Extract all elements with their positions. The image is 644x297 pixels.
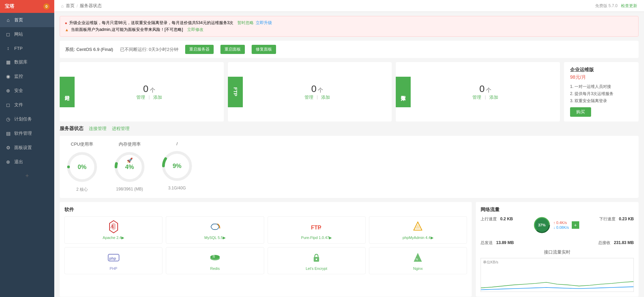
memory-title: 内存使用率 <box>119 141 141 147</box>
ftp-actions: 管理 | 添加 <box>305 94 330 100</box>
software-grid: A Apache 2.4▶ <box>64 216 467 274</box>
ftp-software-name: Pure-Ftpd 1.0.47▶ <box>301 236 332 240</box>
ftp-manage-link[interactable]: 管理 <box>305 94 313 100</box>
ftp-nav-icon: ↕ <box>5 45 11 51</box>
alert-icon-orange: ▲ <box>65 27 69 32</box>
php-name: PHP <box>110 266 117 271</box>
memory-value: 4% <box>125 164 134 171</box>
software-icon: ▤ <box>5 131 11 136</box>
disk-circle: 9% <box>160 149 194 183</box>
main-content: ⌂ 首页 / 服务器状态 免费版 5.7.0 检查更新 ● 升级企业运维版，每月… <box>54 0 644 297</box>
phpmyadmin-svg <box>412 221 424 233</box>
home-icon-small: ⌂ <box>61 3 64 8</box>
database-manage-link[interactable]: 管理 <box>472 94 481 100</box>
sidebar-item-files[interactable]: ◻ 文件 <box>0 98 54 112</box>
database-add-link[interactable]: 添加 <box>489 94 498 100</box>
network-title: 网络流量 <box>481 207 500 212</box>
sidebar-label-security: 安全 <box>14 88 23 94</box>
redis-icon: R <box>208 251 222 264</box>
sidebar-label-settings: 面板设置 <box>14 145 32 151</box>
network-section: 网络流量 上行速度 0.2 KB <box>476 202 639 297</box>
total-recv: 总接收 231.83 MB <box>598 240 634 246</box>
check-update-link[interactable]: 检查更新 <box>621 3 637 8</box>
sidebar-item-settings[interactable]: ⚙ 面板设置 <box>0 141 54 155</box>
breadcrumb-current: 服务器状态 <box>80 3 102 9</box>
website-icon: ◻ <box>5 32 11 37</box>
sysinfo-os: 系统: CentOS 6.9 (Final) <box>65 47 113 53</box>
enterprise-feature-2: 2. 提供每月3次运维服务 <box>570 91 632 97</box>
sidebar-item-software[interactable]: ▤ 软件管理 <box>0 126 54 141</box>
sidebar-label-logout: 退出 <box>14 159 23 165</box>
processes-link[interactable]: 进程管理 <box>112 126 130 132</box>
ftp-count: 0 个 <box>311 83 324 94</box>
sidebar-label-software: 软件管理 <box>14 130 32 136</box>
software-item-ftp[interactable]: FTP / Pure-Ftpd 1.0.47▶ <box>268 216 366 244</box>
settings-icon: ⚙ <box>5 145 11 150</box>
sidebar-item-logout[interactable]: ⊗ 退出 <box>0 155 54 169</box>
software-section: 软件 A Apache 2.4▶ <box>60 202 472 297</box>
alert-text-1: 升级企业运维版，每月只需98元，送双重安全隔离登录，每月送价值共534元的运维服… <box>69 20 233 26</box>
php-svg: php <box>108 252 120 264</box>
chart-unit-label: 单位KB/s <box>483 260 498 265</box>
phpmyadmin-icon <box>411 220 425 234</box>
cpu-sub: 2 核心 <box>76 187 88 192</box>
sidebar-label-files: 文件 <box>14 102 23 108</box>
sidebar-item-database[interactable]: ▦ 数据库 <box>0 55 54 69</box>
memory-icon: 🚀 <box>127 157 133 163</box>
sidebar-item-home[interactable]: ⌂ 首页 <box>0 13 54 27</box>
disk-sub: 3.1G/40G <box>168 186 186 190</box>
realtime-label: 接口流量实时 <box>481 249 634 255</box>
buy-button[interactable]: 购买 <box>570 107 591 117</box>
software-item-redis[interactable]: R Redis <box>166 247 264 274</box>
sidebar-item-crontab[interactable]: ◷ 计划任务 <box>0 112 54 126</box>
website-add-link[interactable]: 添加 <box>153 94 162 100</box>
sidebar-item-security[interactable]: ⊕ 安全 <box>0 83 54 98</box>
sidebar-item-ftp[interactable]: ↕ FTP <box>0 41 54 55</box>
software-item-apache[interactable]: A Apache 2.4▶ <box>64 216 162 244</box>
ssl-name: Let's Encrypt <box>306 266 327 271</box>
mysql-name: MySQL 5.5▶ <box>204 236 226 240</box>
sidebar-item-monitor[interactable]: ◉ 监控 <box>0 69 54 83</box>
sidebar-add-button[interactable]: + <box>0 169 54 183</box>
ring-stats: ↑ 0.4K/s ↓ 0.08K/s <box>553 221 569 229</box>
security-icon: ⊕ <box>5 88 11 93</box>
restart-panel-button[interactable]: 重启面板 <box>220 45 245 54</box>
website-card-label: 网站 <box>60 77 75 107</box>
enterprise-card: 企业运维版 98元/月 1. 一对一运维人员对接 2. 提供每月3次运维服务 3… <box>564 62 639 122</box>
mysql-svg <box>209 221 221 233</box>
website-count: 0 个 <box>143 83 155 94</box>
connections-link[interactable]: 连接管理 <box>89 126 106 132</box>
website-manage-link[interactable]: 管理 <box>136 94 145 100</box>
software-item-phpmyadmin[interactable]: phpMyAdmin 4.4▶ <box>369 216 467 244</box>
alert-ignore-link[interactable]: 暂时忽略 <box>237 20 254 26</box>
files-icon: ◻ <box>5 102 11 108</box>
alert-icon-red: ● <box>65 21 67 25</box>
software-item-mysql[interactable]: MySQL 5.5▶ <box>166 216 264 244</box>
php-icon: php <box>107 251 120 264</box>
restart-server-button[interactable]: 重启服务器 <box>185 45 214 54</box>
ring-down-stat: ↓ 0.08K/s <box>553 225 569 229</box>
database-card-label: 数据库 <box>396 77 411 107</box>
database-icon: ▦ <box>5 59 11 65</box>
cpu-title: CPU使用率 <box>71 141 93 147</box>
memory-circle: 4% 🚀 <box>113 150 147 184</box>
topbar: ⌂ 首页 / 服务器状态 免费版 5.7.0 检查更新 <box>54 0 644 12</box>
content-area: ● 升级企业运维版，每月只需98元，送双重安全隔离登录，每月送价值共534元的运… <box>54 12 644 297</box>
sidebar-logo[interactable]: 宝塔 0 <box>0 0 54 13</box>
ring-percent-text: 37% <box>538 223 546 227</box>
sidebar-item-website[interactable]: ◻ 网站 <box>0 27 54 41</box>
alert-text-2: 当前面板用户为admin,这可能为面板安全带来风险！[不可忽略] <box>71 27 183 33</box>
ftp-add-link[interactable]: 添加 <box>321 94 330 100</box>
website-stat-card: 网站 0 个 管理 | 添加 <box>60 62 224 122</box>
website-card-body: 0 个 管理 | 添加 <box>75 80 224 104</box>
total-send: 总发送 13.89 MB <box>481 240 514 246</box>
network-add-button[interactable]: + <box>572 221 579 229</box>
software-item-php[interactable]: php PHP <box>64 247 162 274</box>
software-item-ssl[interactable]: Let's Encrypt <box>268 247 366 274</box>
alert-upgrade-link[interactable]: 立即升级 <box>256 20 272 26</box>
database-actions: 管理 | 添加 <box>472 94 498 100</box>
software-item-nginx[interactable]: N Nginx <box>369 247 467 274</box>
alert-modify-link[interactable]: 立即修改 <box>187 27 203 33</box>
sysinfo-bar: 系统: CentOS 6.9 (Final) 已不间断运行: 0天3小时2分钟 … <box>60 41 639 58</box>
repair-panel-button[interactable]: 修复面板 <box>252 45 276 54</box>
